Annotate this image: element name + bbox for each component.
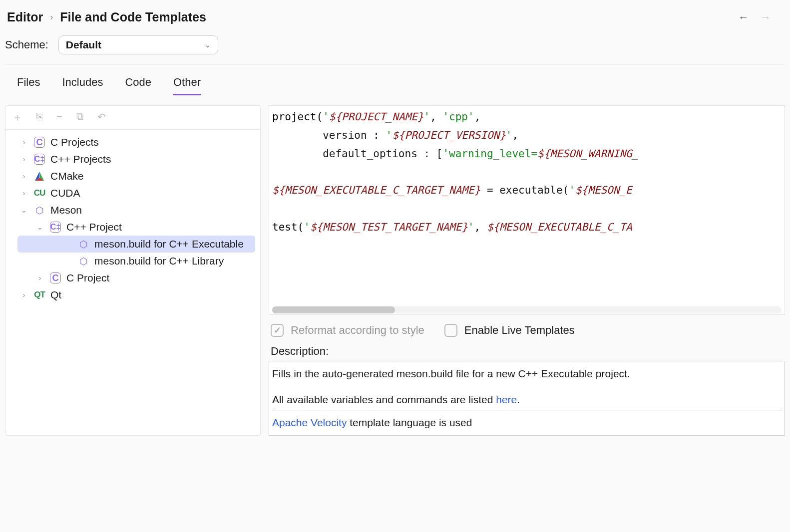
tab-files[interactable]: Files	[17, 76, 40, 95]
tree-label: meson.build for C++ Library	[94, 255, 224, 267]
chevron-down-icon: ⌄	[205, 41, 211, 49]
tree-toolbar: ＋ ⎘ − ⧉ ↶	[5, 106, 260, 130]
templates-tree: › C C Projects › C‡ C++ Projects › CMake…	[5, 130, 260, 435]
meson-icon: ⬡	[77, 256, 89, 267]
tree-label: Qt	[50, 289, 61, 301]
expand-icon[interactable]: ›	[35, 274, 44, 282]
collapse-icon[interactable]: ⌄	[35, 223, 44, 231]
live-templates-label: Enable Live Templates	[464, 324, 575, 337]
tree-item-c-projects[interactable]: › C C Projects	[5, 134, 260, 151]
tree-label: CUDA	[50, 187, 80, 199]
copy-templates-icon[interactable]: ⎘	[36, 111, 42, 124]
tree-label: C Project	[66, 272, 109, 284]
add-icon[interactable]: ＋	[12, 111, 22, 124]
tab-code[interactable]: Code	[125, 76, 151, 95]
undo-icon[interactable]: ↶	[97, 111, 106, 124]
back-button[interactable]: ←	[738, 11, 749, 24]
expand-icon[interactable]: ›	[19, 172, 28, 180]
description-box: Fills in the auto-generated meson.build …	[269, 361, 785, 436]
scheme-label: Scheme:	[5, 38, 48, 51]
tree-item-meson-cpp-executable[interactable]: · ⬡ meson.build for C++ Executable	[17, 236, 255, 253]
breadcrumb-current: File and Code Templates	[60, 10, 206, 24]
tree-label: C Projects	[50, 136, 99, 148]
tree-label: meson.build for C++ Executable	[94, 238, 244, 250]
cmake-icon	[33, 171, 45, 181]
scheme-select[interactable]: Default ⌄	[58, 35, 218, 54]
tree-label: CMake	[50, 170, 84, 182]
template-code-editor[interactable]: project('${PROJECT_NAME}', 'cpp', versio…	[269, 105, 785, 315]
cpp-icon: C‡	[49, 222, 61, 233]
expand-icon[interactable]: ›	[19, 189, 28, 197]
reformat-checkbox	[271, 324, 284, 337]
tree-label: C++ Projects	[50, 153, 111, 165]
tree-item-cuda[interactable]: › CU CUDA	[5, 185, 260, 202]
copy-icon[interactable]: ⧉	[76, 111, 83, 124]
tree-item-cpp-projects[interactable]: › C‡ C++ Projects	[5, 151, 260, 168]
here-link[interactable]: here	[496, 394, 517, 405]
tree-item-meson-cpp-library[interactable]: · ⬡ meson.build for C++ Library	[17, 253, 255, 269]
live-templates-checkbox[interactable]	[444, 324, 457, 337]
live-templates-checkbox-label[interactable]: Enable Live Templates	[444, 324, 575, 337]
scrollbar-thumb[interactable]	[272, 306, 395, 313]
meson-icon: ⬡	[77, 239, 89, 250]
breadcrumb-root[interactable]: Editor	[7, 10, 43, 24]
apache-velocity-link[interactable]: Apache Velocity	[272, 417, 347, 428]
reformat-label: Reformat according to style	[291, 324, 424, 337]
tabs: Files Includes Code Other	[5, 65, 785, 95]
breadcrumb: Editor › File and Code Templates ← →	[5, 5, 785, 33]
expand-icon[interactable]: ›	[19, 155, 28, 163]
tree-item-qt[interactable]: › QT Qt	[5, 286, 260, 303]
tree-item-c-project[interactable]: › C C Project	[5, 269, 260, 286]
meson-icon: ⬡	[33, 205, 45, 216]
c-icon: C	[49, 272, 61, 283]
scheme-value: Default	[66, 39, 101, 51]
description-p1: Fills in the auto-generated meson.build …	[272, 365, 782, 382]
description-p3: Apache Velocity template language is use…	[272, 414, 782, 431]
reformat-checkbox-label: Reformat according to style	[271, 324, 424, 337]
cuda-icon: CU	[33, 188, 45, 198]
tree-item-cpp-project[interactable]: ⌄ C‡ C++ Project	[5, 219, 260, 236]
description-p2: All available variables and commands are…	[272, 391, 782, 408]
tab-other[interactable]: Other	[173, 76, 201, 95]
c-icon: C	[33, 137, 45, 148]
tab-includes[interactable]: Includes	[62, 76, 103, 95]
tree-item-cmake[interactable]: › CMake	[5, 168, 260, 185]
remove-icon[interactable]: −	[56, 111, 62, 124]
expand-icon[interactable]: ›	[19, 138, 28, 146]
cpp-icon: C‡	[33, 154, 45, 165]
chevron-right-icon: ›	[50, 12, 53, 22]
description-label: Description:	[269, 342, 785, 361]
collapse-icon[interactable]: ⌄	[19, 206, 28, 214]
tree-label: Meson	[50, 204, 82, 216]
tree-item-meson[interactable]: ⌄ ⬡ Meson	[5, 202, 260, 219]
expand-icon[interactable]: ›	[19, 291, 28, 299]
forward-button: →	[760, 11, 771, 24]
templates-tree-panel: ＋ ⎘ − ⧉ ↶ › C C Projects › C‡ C++ Projec…	[5, 105, 261, 436]
tree-label: C++ Project	[66, 221, 122, 233]
qt-icon: QT	[33, 290, 45, 300]
